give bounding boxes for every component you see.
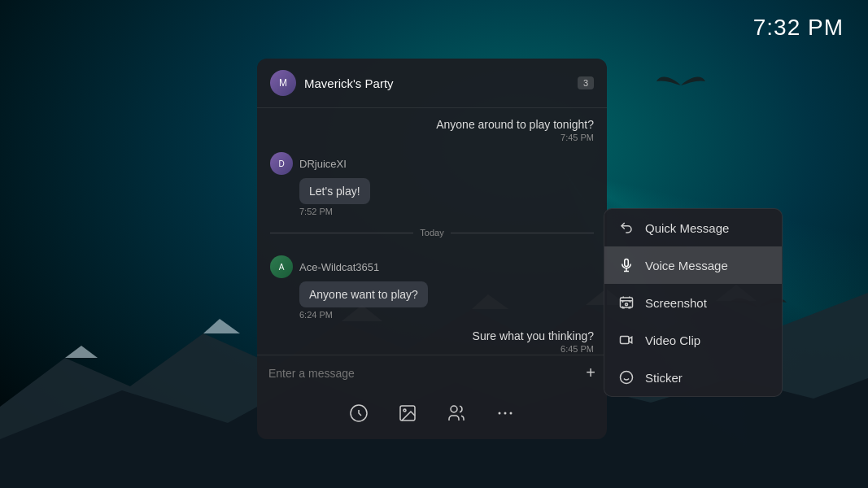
messages-area: Anyone around to play tonight? 7:45 PM D… [257,108,607,355]
reply-icon [617,219,635,237]
svg-rect-20 [621,337,630,344]
chat-header: M Maverick's Party 3 [257,59,607,108]
menu-item-label: Video Clip [645,333,700,347]
svg-point-13 [504,412,507,415]
date-divider: Today [270,228,594,237]
message-time: 7:45 PM [436,133,594,142]
input-area: + [257,355,607,390]
message-outgoing-1: Anyone around to play tonight? 7:45 PM [436,118,594,142]
message-incoming-1: D DRjuiceXI Let's play! 7:52 PM [270,152,370,216]
message-user-row: A Ace-Wildcat3651 [270,255,428,278]
sticker-icon [617,368,635,386]
message-time: 7:52 PM [299,207,370,216]
toolbar-home-button[interactable] [344,399,373,428]
message-outgoing-2: Sure what you thinking? 6:45 PM [473,329,594,354]
user-avatar: A [270,255,293,278]
menu-item-screenshot[interactable]: Screenshot [604,284,782,321]
menu-item-label: Voice Message [645,259,728,272]
menu-item-quick-message[interactable]: Quick Message [604,209,782,246]
svg-point-19 [626,303,628,306]
video-icon [617,331,635,349]
clock: 7:32 PM [753,15,844,41]
svg-marker-2 [203,319,240,333]
date-divider-text: Today [420,228,443,237]
menu-item-label: Screenshot [645,296,707,310]
message-username: DRjuiceXI [299,158,347,170]
svg-point-21 [621,372,633,384]
menu-item-video-clip[interactable]: Video Clip [604,321,782,359]
message-text: Let's play! [299,178,370,204]
message-text: Sure what you thinking? [473,329,594,342]
message-incoming-2: A Ace-Wildcat3651 Anyone want to play? 6… [270,255,428,320]
bird-1 [656,65,705,109]
chat-title: Maverick's Party [304,76,571,90]
message-input[interactable] [268,367,578,380]
chat-panel: M Maverick's Party 3 Anyone around to pl… [257,59,607,439]
svg-point-11 [451,406,457,412]
mic-icon [617,256,635,274]
chat-toolbar [257,390,607,439]
toolbar-more-button[interactable] [491,399,520,428]
svg-point-10 [403,409,406,412]
message-user-row: D DRjuiceXI [270,152,370,175]
message-time: 6:24 PM [299,310,428,320]
svg-point-14 [510,412,513,415]
menu-item-label: Quick Message [645,221,729,235]
toolbar-friends-button[interactable] [442,399,471,428]
message-username: Ace-Wildcat3651 [299,261,379,273]
context-menu: Quick Message Voice Message [604,208,783,397]
toolbar-image-button[interactable] [393,399,422,428]
member-count-badge: 3 [578,76,594,89]
message-time: 6:45 PM [473,344,594,354]
message-text: Anyone want to play? [299,281,428,307]
group-avatar: M [270,70,296,96]
user-avatar: D [270,152,293,175]
svg-point-12 [499,412,501,415]
message-text: Anyone around to play tonight? [436,118,594,131]
menu-item-sticker[interactable]: Sticker [604,359,782,396]
menu-item-voice-message[interactable]: Voice Message [604,246,782,284]
svg-marker-1 [65,346,98,358]
screenshot-icon [617,294,635,312]
add-attachment-button[interactable]: + [586,364,595,382]
menu-item-label: Sticker [645,371,683,385]
svg-rect-15 [625,259,629,267]
